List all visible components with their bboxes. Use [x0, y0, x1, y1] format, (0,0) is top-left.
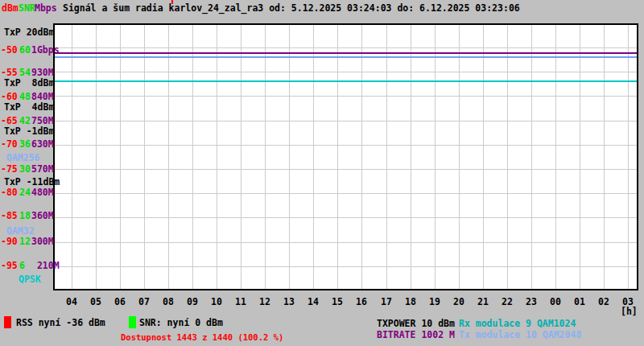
y-axis-row: -7036630M	[0, 139, 64, 150]
horizontal-gridline	[55, 217, 637, 218]
y-axis-row: -9012300M	[0, 237, 64, 247]
vertical-gridline	[531, 25, 532, 289]
y-axis-row: QAM256	[0, 153, 64, 163]
dbm-tick: -75	[1, 164, 18, 175]
vertical-gridline	[289, 25, 290, 289]
snr-tick: 12	[19, 237, 31, 247]
rx-modulation-label: Rx modulace 9 QAM1024	[459, 319, 576, 329]
y-axis-row: TxP 4dBm	[0, 102, 64, 113]
snr-tick: 60	[19, 45, 31, 56]
x-axis-tick-label: 19	[426, 297, 444, 307]
plot-area	[53, 23, 638, 290]
y-axis-row: -7530570M	[0, 164, 64, 175]
x-axis-tick-label: 12	[256, 297, 274, 307]
mbps-tick: 300M	[31, 237, 54, 247]
txp-tick: TxP 4dBm	[4, 102, 54, 113]
tx-modulation-label: Tx modulace 10 QAM2048	[459, 330, 581, 340]
horizontal-gridline	[55, 72, 637, 72]
txp-tick: TxP 20dBm	[4, 27, 54, 38]
mbps-tick: 210M	[31, 261, 60, 271]
modulation-tick: QAM256	[6, 153, 40, 163]
x-axis-tick-label: 21	[474, 297, 492, 307]
x-axis-tick-label: 07	[135, 297, 153, 307]
x-axis-tick-label: 17	[378, 297, 395, 307]
vertical-gridline	[507, 25, 508, 289]
modulation-tick: QPSK	[19, 274, 41, 285]
vertical-gridline	[604, 25, 605, 289]
txp-tick: TxP -1dBm	[4, 126, 54, 137]
x-axis-tick-label: 20	[450, 297, 468, 307]
bitrate-label: BITRATE 1002 M	[377, 330, 455, 340]
y-axis-row: QPSK	[0, 274, 64, 285]
rx-modulace-line	[55, 80, 637, 82]
x-axis-tick-label: 14	[304, 297, 322, 307]
mbps-tick: 480M	[31, 187, 54, 198]
horizontal-gridline	[55, 96, 637, 97]
y-axis-row: TxP 8dBm	[0, 78, 64, 89]
x-axis-unit-label: [h]	[621, 307, 638, 317]
x-axis-tick-label: 23	[522, 297, 540, 307]
x-axis-tick-label: 08	[159, 297, 177, 307]
dbm-tick: -50	[1, 45, 18, 56]
unit-mbps-label: Mbps	[35, 3, 57, 14]
horizontal-gridline	[55, 47, 637, 48]
dbm-tick: -95	[1, 261, 18, 271]
horizontal-gridline	[55, 121, 637, 122]
y-axis-row: -956 210M	[0, 261, 64, 271]
vertical-gridline	[96, 25, 97, 289]
mbps-tick: 630M	[31, 139, 54, 150]
txp-tick: TxP 8dBm	[4, 78, 54, 89]
x-axis-tick-label: 16	[353, 297, 370, 307]
horizontal-gridline	[55, 266, 637, 267]
x-axis-tick-label: 22	[498, 297, 516, 307]
vertical-gridline	[337, 25, 338, 289]
vertical-gridline	[411, 25, 411, 289]
snr-tick: 6	[19, 261, 25, 271]
vertical-gridline	[361, 25, 362, 289]
unit-snr-label: SNR	[19, 3, 35, 14]
snr-legend-label: SNR: nyní 0 dBm	[139, 318, 223, 328]
y-axis-row: TxP 20dBm	[0, 27, 64, 38]
x-axis-tick-label: 00	[547, 297, 564, 307]
horizontal-gridline	[55, 145, 637, 146]
snr-tick: 18	[19, 211, 31, 221]
snr-swatch	[129, 316, 136, 328]
y-axis-row: -8518360M	[0, 211, 64, 221]
txpower-label: TXPOWER 10 dBm	[377, 319, 455, 329]
availability-label: Dostupnost 1443 z 1440 (100.2 %)	[121, 332, 283, 343]
red-tick-mark	[171, 0, 173, 4]
vertical-gridline	[628, 25, 629, 289]
x-axis-tick-label: 11	[232, 297, 250, 307]
vertical-gridline	[120, 25, 121, 289]
mbps-tick: 1Gbps	[31, 45, 60, 56]
vertical-gridline	[265, 25, 266, 289]
dbm-tick: -85	[1, 211, 18, 221]
y-axis-row: -8024480M	[0, 187, 64, 198]
x-axis-tick-label: 15	[328, 297, 346, 307]
x-axis-tick-label: 04	[63, 297, 80, 307]
vertical-gridline	[168, 25, 169, 289]
tx-modulace-line	[55, 56, 637, 58]
dbm-tick: -90	[1, 237, 18, 247]
vertical-gridline	[241, 25, 242, 289]
rss-legend-label: RSS nyní -36 dBm	[16, 318, 105, 328]
vertical-gridline	[435, 25, 436, 289]
vertical-gridline	[580, 25, 580, 289]
vertical-gridline	[217, 25, 217, 289]
rss-swatch	[4, 316, 11, 328]
x-axis-tick-label: 10	[208, 297, 225, 307]
x-axis-tick-label: 18	[402, 297, 419, 307]
vertical-gridline	[72, 25, 72, 289]
x-axis-tick-label: 01	[571, 297, 588, 307]
vertical-gridline	[483, 25, 484, 289]
vertical-gridline	[555, 25, 556, 289]
mbps-tick: 570M	[31, 164, 54, 175]
x-axis-tick-label: 06	[111, 297, 129, 307]
y-axis-row: TxP -1dBm	[0, 126, 64, 137]
dbm-tick: -70	[1, 139, 18, 150]
horizontal-gridline	[55, 169, 637, 170]
x-axis-tick-label: 09	[184, 297, 201, 307]
y-axis-row: -50601Gbps	[0, 45, 64, 56]
x-axis-tick-label: 05	[87, 297, 105, 307]
vertical-gridline	[386, 25, 387, 289]
